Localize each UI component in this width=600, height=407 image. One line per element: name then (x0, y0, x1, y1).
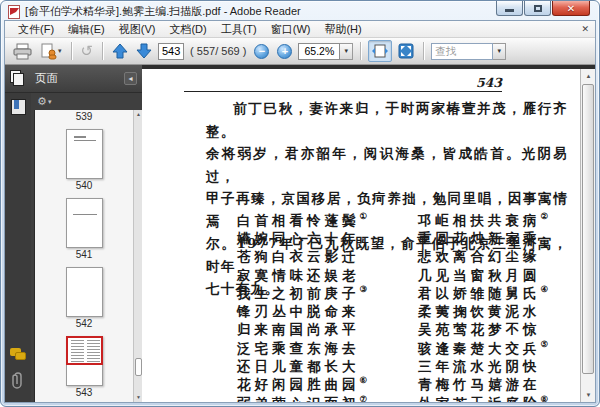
fullscreen-button[interactable] (396, 40, 416, 62)
nav-tab-strip (5, 93, 31, 402)
verse-line: 归来南国尚承平 (237, 320, 395, 339)
comments-icon[interactable] (10, 348, 27, 361)
zoom-level-dropdown[interactable]: ▾ (340, 43, 353, 60)
find-dropdown[interactable]: ▾ (493, 43, 506, 60)
verse-line: 还日儿童都长大 (237, 357, 395, 376)
adobe-reader-window: [俞平伯学术精华录].鲍霁主编.扫描版.pdf - Adobe Reader ✕… (0, 0, 600, 407)
scrolling-mode-button[interactable] (368, 40, 392, 62)
main-area: 页面 ◂ (5, 65, 595, 402)
thumbnail-list: 539 540 541 (35, 110, 133, 400)
verse-line: 苍狗白衣云影迁 (237, 247, 395, 266)
titlebar[interactable]: [俞平伯学术精华录].鲍霁主编.扫描版.pdf - Adobe Reader ✕ (4, 1, 596, 20)
zoom-out-button[interactable]: − (252, 40, 271, 62)
verse-line: 我生之初前庚子③ (237, 284, 395, 303)
chevron-down-icon: ▾ (345, 47, 349, 55)
verse-line: 吴苑莺花梦不惊 (418, 320, 541, 339)
page-number-input[interactable] (158, 43, 184, 60)
thumbnail-label-543[interactable]: 543 (76, 387, 93, 398)
close-button[interactable]: ✕ (552, 1, 590, 16)
pages-panel-header: 页面 ◂ (5, 65, 142, 93)
thumbnails-scroll-area: 539 540 541 (34, 110, 142, 402)
zoom-in-button[interactable]: + (275, 40, 294, 62)
scroll-up-icon[interactable]: ▲ (134, 110, 142, 119)
verse-block: 白首相看怜蓬鬓① 邛岠相扶共衰病② 嬿婉同心六十年 重圆花烛新家乘 苍狗白衣云影… (237, 211, 548, 402)
verse-line: 三年流水光阴快 (418, 357, 541, 376)
scrolling-mode-icon (371, 44, 389, 58)
previous-view-icon: ↺ (81, 42, 94, 60)
pdf-file-icon (8, 5, 20, 19)
verse-line: 邛岠相扶共衰病② (418, 211, 548, 230)
verse-row: 我生之初前庚子③ 君以娇雏随舅氏④ (237, 284, 548, 302)
arrow-down-icon (136, 43, 152, 59)
thumbnails-scrollbar[interactable]: ▲ ▼ (133, 110, 142, 402)
page-number: 543 (184, 75, 502, 92)
paragraph-line: 前丁巳秋，妻许来归，于时两家椿萱并茂，雁行齐整。 (206, 97, 568, 142)
page-thumbnail-543[interactable] (66, 336, 103, 386)
toolbar: ▾ ↺ ( 557/ 569 ) − + (5, 38, 595, 65)
navigation-pane: 页面 ◂ (5, 65, 142, 402)
verse-row: 弱弟萦心识面初⑦ 外家芝玉近庭除⑧ (237, 394, 548, 402)
thumbnail-label-539[interactable]: 539 (76, 111, 93, 122)
zoom-out-icon: − (254, 44, 269, 59)
menu-view[interactable]: 视图(V) (112, 21, 163, 38)
menu-file[interactable]: 文件(F) (11, 21, 61, 38)
verse-line: 弱弟萦心识面初⑦ (237, 394, 395, 402)
window-title: [俞平伯学术精华录].鲍霁主编.扫描版.pdf - Adobe Reader (25, 4, 301, 19)
pdf-page[interactable]: 543 前丁巳秋，妻许来归，于时两家椿萱并茂，雁行齐整。 余将弱岁，君亦韶年，阅… (142, 69, 580, 402)
maximize-icon (534, 5, 542, 12)
zoom-level-value[interactable]: 65.2% (298, 43, 340, 60)
menu-help[interactable]: 帮助(H) (317, 21, 368, 38)
find-control: ▾ (431, 43, 506, 60)
thumbnail-label-541[interactable]: 541 (76, 249, 93, 260)
thumbnail-label-542[interactable]: 542 (76, 318, 93, 329)
scroll-down-icon[interactable]: ▼ (581, 388, 595, 402)
thumbnails-panel: ⚙ ▾ 539 540 (31, 93, 142, 402)
bookmarks-tab-icon[interactable] (11, 99, 26, 115)
footnote-marker: ⑦ (360, 394, 368, 402)
verse-line: 君以娇雏随舅氏④ (418, 284, 548, 303)
document-scrollbar[interactable]: ▲ ▼ (580, 69, 595, 402)
verse-line: 骇逢秦楚大交兵⑤ (418, 339, 548, 358)
current-view-highlight (66, 336, 103, 365)
verse-row: 苍狗白衣云影迁 悲欢离合幻尘缘 (237, 248, 548, 266)
arrow-up-icon (112, 43, 128, 59)
minimize-button[interactable] (496, 1, 523, 16)
pages-panel-title: 页面 (35, 71, 124, 86)
minimize-icon (505, 9, 514, 12)
print-button[interactable] (11, 40, 34, 62)
fullscreen-icon (398, 43, 414, 59)
verse-line: 花好闲园胜曲园⑥ (237, 375, 395, 394)
scroll-up-icon[interactable]: ▲ (581, 69, 595, 83)
verse-line: 悲欢离合幻尘缘 (418, 247, 541, 266)
page-thumbnail-541[interactable] (66, 198, 103, 248)
verse-line: 寂寞情味还娱老 (237, 266, 395, 285)
attachments-paperclip-icon[interactable] (11, 370, 25, 394)
nav-body: ⚙ ▾ 539 540 (5, 93, 142, 402)
close-document-icon[interactable]: ✕ (581, 24, 589, 34)
collapse-panel-button[interactable]: ◂ (124, 72, 137, 85)
collaborate-button[interactable]: ▾ (38, 40, 64, 62)
chevron-down-icon: ▾ (48, 98, 52, 106)
verse-row: 嬿婉同心六十年 重圆花烛新家乘 (237, 229, 548, 247)
verse-line: 嬿婉同心六十年 (237, 229, 395, 248)
menu-window[interactable]: 窗口(W) (264, 21, 318, 38)
menu-document[interactable]: 文档(D) (162, 21, 213, 38)
panel-options-button[interactable]: ⚙ ▾ (31, 93, 142, 110)
menu-tools[interactable]: 工具(T) (214, 21, 264, 38)
menu-edit[interactable]: 编辑(E) (61, 21, 112, 38)
page-thumbnail-542[interactable] (66, 267, 103, 317)
verse-row: 寂寞情味还娱老 几见当窗秋月圆 (237, 266, 548, 284)
page-thumbnail-540[interactable] (66, 129, 103, 179)
verse-row: 泛宅乘查东海去 骇逢秦楚大交兵⑤ (237, 339, 548, 357)
thumbnail-label-540[interactable]: 540 (76, 180, 93, 191)
find-input[interactable] (431, 43, 493, 60)
verse-row: 还日儿童都长大 三年流水光阴快 (237, 357, 548, 375)
previous-view-button[interactable]: ↺ (79, 40, 96, 62)
scrollbar-thumb[interactable] (135, 358, 142, 376)
scroll-down-icon[interactable]: ▼ (134, 393, 142, 402)
page-count-label: ( 557/ 569 ) (190, 45, 246, 57)
maximize-button[interactable] (524, 1, 551, 16)
scrollbar-thumb[interactable] (582, 84, 594, 374)
next-page-button[interactable] (134, 40, 154, 62)
previous-page-button[interactable] (110, 40, 130, 62)
